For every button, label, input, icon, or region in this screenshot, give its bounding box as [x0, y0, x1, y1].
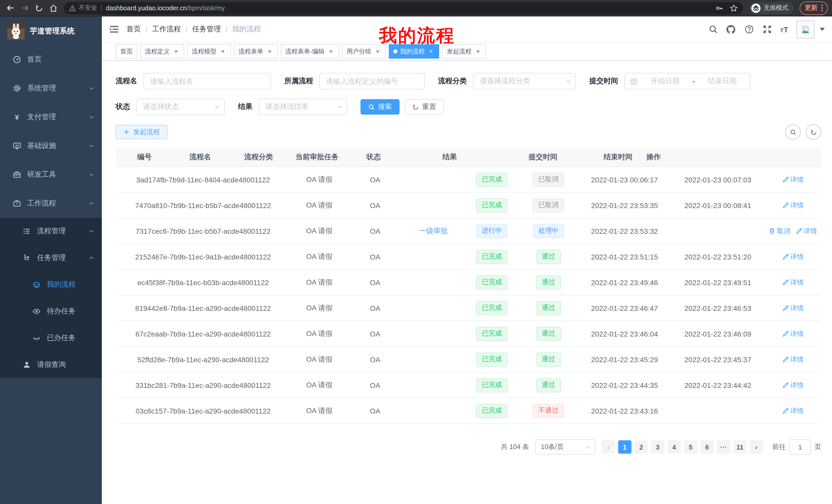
- sidebar-item-home[interactable]: 首页: [0, 45, 102, 74]
- sidebar-item-leave-query[interactable]: 请假查询: [0, 352, 102, 378]
- page-button-page-2[interactable]: 2: [634, 440, 648, 454]
- close-icon[interactable]: ×: [374, 48, 381, 55]
- avatar-caret-icon[interactable]: [820, 28, 825, 31]
- github-icon[interactable]: [726, 24, 736, 34]
- sidebar-item-process-mgmt[interactable]: 流程管理: [0, 218, 102, 245]
- end-date-placeholder[interactable]: 结束日期: [700, 77, 745, 86]
- reload-icon[interactable]: [33, 2, 45, 14]
- detail-link[interactable]: 详情: [782, 355, 804, 364]
- fullscreen-icon[interactable]: [762, 24, 772, 34]
- flow-icon: [23, 254, 31, 262]
- parent-process-input[interactable]: [319, 73, 425, 89]
- result-select[interactable]: 请选择流结果: [259, 99, 347, 115]
- page-button-page-5[interactable]: 5: [684, 440, 697, 454]
- cell-result: 通过: [519, 301, 578, 315]
- sidebar-item-workflow[interactable]: 工作流程: [0, 189, 102, 218]
- sidebar-item-done-tasks[interactable]: 已办任务: [0, 325, 102, 352]
- help-icon[interactable]: [744, 24, 754, 34]
- address-bar[interactable]: 不安全 dashboard.yudao.iocoder.cn/bpm/task/…: [64, 2, 743, 14]
- sidebar-item-dev-tools[interactable]: 研发工具: [0, 160, 102, 189]
- page-button-prev[interactable]: ‹: [602, 440, 615, 454]
- close-icon[interactable]: ×: [328, 48, 334, 55]
- page-button-next[interactable]: ›: [750, 440, 763, 454]
- tab-process-definition[interactable]: 流程定义 ×: [140, 44, 184, 59]
- sidebar-item-system[interactable]: 系统管理: [0, 74, 102, 103]
- close-icon[interactable]: ×: [266, 48, 273, 55]
- tab-home[interactable]: 首页: [116, 44, 137, 59]
- browser-menu-icon[interactable]: [821, 5, 823, 11]
- search-icon[interactable]: [708, 24, 718, 34]
- start-date-placeholder[interactable]: 开始日期: [643, 77, 687, 86]
- page-button-ellipsis[interactable]: ···: [717, 440, 730, 454]
- breadcrumb-item[interactable]: 工作流程/: [152, 25, 192, 34]
- cell-end-time: 2022-01-22 23:45:37: [671, 355, 765, 363]
- detail-link[interactable]: 详情: [782, 329, 804, 338]
- table-row: 03c6c157-7b9a-11ec-a290-acde48001122 OA …: [116, 398, 821, 424]
- detail-link[interactable]: 详情: [782, 252, 804, 261]
- page-button-page-3[interactable]: 3: [651, 440, 665, 454]
- key-icon[interactable]: [715, 4, 724, 12]
- hamburger-icon[interactable]: [109, 24, 119, 34]
- cell-result: 已取消: [519, 172, 578, 187]
- cell-result: 不通过: [519, 403, 578, 418]
- page-button-page-4[interactable]: 4: [668, 440, 681, 454]
- detail-link[interactable]: 详情: [782, 175, 804, 184]
- font-size-icon[interactable]: TT: [780, 25, 788, 34]
- close-icon[interactable]: ×: [219, 48, 226, 55]
- forward-icon[interactable]: [19, 2, 31, 14]
- cell-process-name: OA 请假: [290, 201, 348, 210]
- tab-start-process[interactable]: 发起流程 ×: [442, 44, 486, 59]
- page-button-page-6[interactable]: 6: [700, 440, 714, 454]
- avatar[interactable]: [797, 20, 814, 38]
- detail-link[interactable]: 详情: [782, 201, 804, 210]
- page-button-page-1[interactable]: 1: [618, 440, 631, 454]
- current-task-link[interactable]: 一级审批: [419, 226, 448, 235]
- refresh-list-button[interactable]: [806, 124, 821, 140]
- breadcrumb-item[interactable]: 我的流程/: [232, 25, 261, 34]
- close-icon[interactable]: ×: [173, 48, 179, 55]
- app-logo-row[interactable]: 芋道管理系统: [0, 17, 102, 45]
- reset-button[interactable]: 重置: [405, 99, 444, 115]
- back-icon[interactable]: [4, 2, 17, 14]
- start-process-button[interactable]: 发起流程: [116, 125, 167, 139]
- cancel-link[interactable]: 取消: [769, 226, 790, 235]
- detail-link[interactable]: 详情: [796, 226, 817, 235]
- bookmark-star-icon[interactable]: [730, 4, 738, 12]
- sidebar-item-infrastructure[interactable]: 基础设施: [0, 132, 102, 160]
- sidebar-item-task-mgmt[interactable]: 任务管理: [0, 245, 102, 271]
- browser-update-button[interactable]: 更新: [800, 1, 828, 15]
- sidebar-item-payment[interactable]: ¥ 支付管理: [0, 103, 102, 132]
- page-button-page-11[interactable]: 11: [733, 440, 747, 454]
- detail-link[interactable]: 详情: [782, 406, 804, 415]
- sidebar-item-todo-tasks[interactable]: 待办任务: [0, 298, 102, 325]
- detail-link[interactable]: 详情: [782, 303, 804, 313]
- cell-category: OA: [348, 330, 402, 338]
- breadcrumb-item[interactable]: 首页/: [127, 25, 152, 34]
- show-search-button[interactable]: [785, 124, 801, 140]
- page-size-select[interactable]: 10条/页: [535, 439, 595, 455]
- goto-page-input[interactable]: [789, 439, 811, 455]
- detail-link[interactable]: 详情: [782, 381, 804, 390]
- sidebar-item-my-process[interactable]: 我的流程: [0, 271, 102, 298]
- close-icon[interactable]: ×: [475, 48, 481, 55]
- sidebar-menu: 首页 系统管理 ¥ 支付管理 基础设施: [0, 45, 102, 378]
- cell-id: ec45f38f-7b9a-11ec-b03b-acde48001122: [116, 278, 290, 286]
- detail-link[interactable]: 详情: [782, 278, 804, 287]
- breadcrumb-item[interactable]: 任务管理/: [192, 25, 232, 34]
- tab-user-group[interactable]: 用户分组 ×: [342, 44, 386, 59]
- home-icon[interactable]: [47, 2, 60, 14]
- cell-category: OA: [348, 227, 402, 235]
- cell-operations: 详情: [765, 355, 821, 364]
- category-select[interactable]: 请选择流程分类: [473, 73, 576, 89]
- tab-my-process[interactable]: 我的流程 ×: [389, 44, 439, 59]
- close-icon[interactable]: ×: [428, 48, 435, 55]
- tab-process-form-edit[interactable]: 流程表单-编辑 ×: [281, 44, 339, 59]
- tab-process-form[interactable]: 流程表单 ×: [234, 44, 278, 59]
- tab-process-model[interactable]: 流程模型 ×: [187, 44, 231, 59]
- submit-time-range[interactable]: 开始日期 - 结束日期: [624, 73, 750, 89]
- cell-process-name: OA 请假: [290, 329, 348, 338]
- status-select[interactable]: 请选择状态: [136, 99, 225, 115]
- search-button[interactable]: 搜索: [361, 99, 399, 115]
- cell-submit-time: 2022-01-22 23:53:32: [578, 227, 671, 235]
- process-name-input[interactable]: [144, 73, 271, 89]
